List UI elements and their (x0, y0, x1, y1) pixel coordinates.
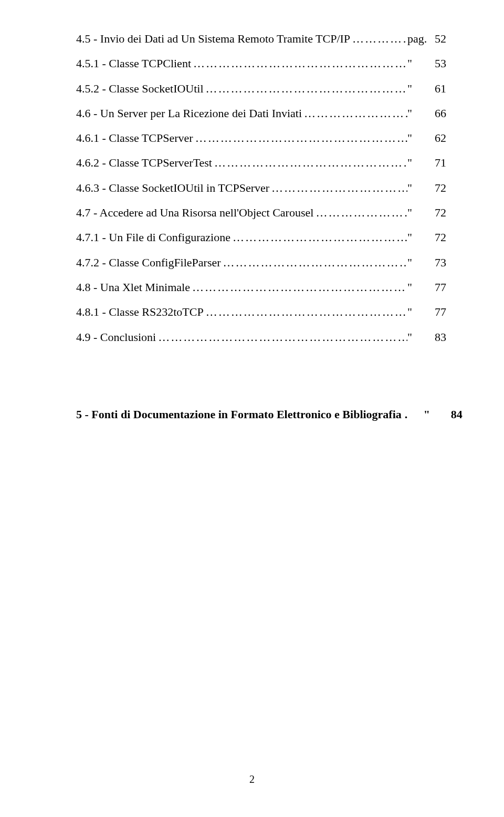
toc-leader: …………………………………………………………………………………………………………… (230, 225, 407, 250)
toc-leader: …………………………………………………………………………………………………………… (269, 175, 407, 200)
toc-label: 4.6.3 - Classe SocketIOUtil in TCPServer (76, 175, 269, 200)
toc-prefix: " (424, 402, 443, 427)
toc-label: 4.9 - Conclusioni (76, 325, 156, 349)
page-number: 2 (0, 773, 504, 785)
toc-entry: 4.6.2 - Classe TCPServerTest ……………………………… (76, 150, 446, 175)
toc-page: 77 (426, 275, 446, 299)
toc-entry: 4.7 - Accedere ad Una Risorsa nell'Objec… (76, 200, 446, 225)
toc-leader: …………………………………………………………………………………………………………… (302, 101, 407, 126)
toc-entry: 4.6.1 - Classe TCPServer ………………………………………… (76, 126, 446, 150)
toc-page: 62 (426, 126, 446, 150)
toc-label: 4.6.1 - Classe TCPServer (76, 126, 193, 150)
toc-page: 77 (426, 299, 446, 324)
toc-page: 72 (426, 175, 446, 200)
toc-list: 4.5 - Invio dei Dati ad Un Sistema Remot… (76, 26, 446, 349)
toc-prefix: " (407, 250, 426, 275)
toc-page: 66 (426, 101, 446, 126)
toc-leader: …………………………………………………………………………………………………………… (313, 200, 407, 225)
toc-prefix: " (407, 101, 426, 126)
toc-page: 84 (443, 402, 463, 427)
toc-label: 4.7.2 - Classe ConfigFileParser (76, 250, 221, 275)
toc-label: 4.7.1 - Un File di Configurazione (76, 225, 230, 250)
toc-leader: …………………………………………………………………………………………………………… (204, 299, 407, 324)
toc-page: 83 (426, 325, 446, 349)
toc-page: 72 (426, 225, 446, 250)
toc-page: 52 (426, 26, 446, 51)
toc-entry: 4.5 - Invio dei Dati ad Un Sistema Remot… (76, 26, 446, 51)
toc-page: 61 (426, 76, 446, 101)
toc-leader: …………………………………………………………………………………………………………… (193, 126, 407, 150)
toc-leader: …………………………………………………………………………………………………………… (156, 325, 407, 349)
toc-page: 71 (426, 150, 446, 175)
toc-label: 4.6.2 - Classe TCPServerTest (76, 150, 212, 175)
toc-leader: …………………………………………………………………………………………………………… (191, 51, 407, 76)
toc-entry: 4.7.2 - Classe ConfigFileParser ……………………… (76, 250, 446, 275)
toc-entry: 4.5.1 - Classe TCPClient ………………………………………… (76, 51, 446, 76)
toc-leader: …………………………………………………………………………………………………………… (350, 26, 407, 51)
toc-prefix: pag. (407, 26, 426, 51)
toc-leader: …………………………………………………………………………………………………………… (190, 275, 407, 299)
toc-sep: . (402, 402, 424, 427)
toc-prefix: " (407, 126, 426, 150)
toc-entry: 4.8.1 - Classe RS232toTCP ……………………………………… (76, 299, 446, 324)
toc-leader: …………………………………………………………………………………………………………… (204, 76, 407, 101)
toc-label: 5 - Fonti di Documentazione in Formato E… (76, 402, 402, 427)
toc-prefix: " (407, 200, 426, 225)
toc-prefix: " (407, 150, 426, 175)
document-page: 4.5 - Invio dei Dati ad Un Sistema Remot… (0, 0, 504, 817)
toc-page: 73 (426, 250, 446, 275)
toc-label: 4.8.1 - Classe RS232toTCP (76, 299, 204, 324)
toc-label: 4.8 - Una Xlet Minimale (76, 275, 190, 299)
toc-entry: 4.7.1 - Un File di Configurazione ………………… (76, 225, 446, 250)
toc-label: 4.5.1 - Classe TCPClient (76, 51, 191, 76)
toc-entry: 4.5.2 - Classe SocketIOUtil ………………………………… (76, 76, 446, 101)
toc-entry: 4.6.3 - Classe SocketIOUtil in TCPServer… (76, 175, 446, 200)
toc-entry: 4.9 - Conclusioni …………………………………………………………… (76, 325, 446, 349)
toc-label: 4.5.2 - Classe SocketIOUtil (76, 76, 204, 101)
toc-prefix: " (407, 275, 426, 299)
toc-page: 53 (426, 51, 446, 76)
toc-prefix: " (407, 325, 426, 349)
toc-entry: 4.8 - Una Xlet Minimale …………………………………………… (76, 275, 446, 299)
chapter-5-entry: 5 - Fonti di Documentazione in Formato E… (76, 402, 446, 427)
toc-label: 4.6 - Un Server per La Ricezione dei Dat… (76, 101, 302, 126)
toc-prefix: " (407, 299, 426, 324)
toc-prefix: " (407, 225, 426, 250)
toc-label: 4.7 - Accedere ad Una Risorsa nell'Objec… (76, 200, 313, 225)
toc-leader: …………………………………………………………………………………………………………… (212, 150, 407, 175)
toc-entry: 4.6 - Un Server per La Ricezione dei Dat… (76, 101, 446, 126)
toc-prefix: " (407, 76, 426, 101)
toc-label: 4.5 - Invio dei Dati ad Un Sistema Remot… (76, 26, 350, 51)
toc-page: 72 (426, 200, 446, 225)
toc-prefix: " (407, 51, 426, 76)
toc-prefix: " (407, 175, 426, 200)
toc-leader: …………………………………………………………………………………………………………… (221, 250, 407, 275)
